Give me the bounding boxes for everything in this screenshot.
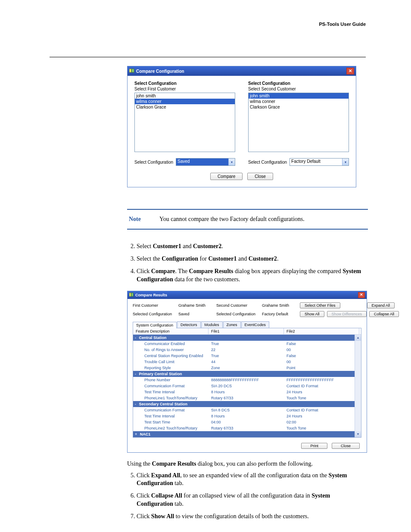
compare-configuration-dialog: Compare Configuration ✕ Select Configura… xyxy=(127,66,356,187)
first-customer-listbox[interactable]: john smithwilma connerClarkson Grace xyxy=(134,93,235,152)
list-item[interactable]: john smith xyxy=(249,93,349,99)
close-button[interactable]: Close xyxy=(332,443,360,449)
second-config-dropdown[interactable]: Factory Default ▾ xyxy=(290,158,349,166)
second-customer-label: Second Customer xyxy=(216,303,259,308)
select-other-files-button[interactable]: Select Other Files xyxy=(300,302,340,308)
grid-row: PhoneLine1 TouchTone/RotaryRotary 67/33T… xyxy=(133,395,361,401)
svg-rect-3 xyxy=(131,293,133,296)
select-second-customer-label: Select Second Customer xyxy=(248,87,349,91)
grid-row: PhoneLine2 TouchTone/RotaryRotary 67/33T… xyxy=(133,425,361,431)
note-label: Note xyxy=(129,216,158,223)
close-icon[interactable]: ✕ xyxy=(358,292,365,298)
grid-cell: PhoneLine1 TouchTone/Rotary xyxy=(133,395,209,401)
grid-cell: Rotary 67/33 xyxy=(209,425,284,431)
grid-cell: 44 xyxy=(209,359,284,365)
tab-eventcodes[interactable]: EventCodes xyxy=(241,321,269,328)
grid-cell: Contact ID Format xyxy=(284,407,359,413)
grid-cell: SIA 20 DCS xyxy=(209,383,284,389)
grid-cell: FFFFFFFFFFFFFFFFFFFF xyxy=(284,377,359,383)
selected-config-value-left: Saved xyxy=(178,312,216,316)
grid-group[interactable]: - Central Station xyxy=(133,335,361,341)
grid-cell: 24 Hours xyxy=(284,389,359,395)
col-file1: File1 xyxy=(209,328,284,334)
grid-row: Phone Number888888888FFFFFFFFFFFFFFFFFFF… xyxy=(133,377,361,383)
grid-cell: Communication Format xyxy=(133,407,209,413)
second-customer-listbox[interactable]: john smithwilma connerClarkson Grace xyxy=(248,93,349,152)
scroll-up-icon[interactable]: ▴ xyxy=(355,335,361,341)
grid-cell: 24 Hours xyxy=(284,413,359,419)
header-title: PS-Tools User Guide xyxy=(50,22,366,27)
grid-cell: True xyxy=(209,353,284,359)
grid-cell: SIA 8 DCS xyxy=(209,407,284,413)
procedure-step: Click Expand All, to see an expanded vie… xyxy=(137,472,366,488)
selected-config-value-right: Factory Default xyxy=(262,312,300,316)
print-button[interactable]: Print xyxy=(301,443,327,449)
select-configuration-label: Select Configuration xyxy=(248,160,287,165)
grid-row: Test Time Interval8 Hours24 Hours xyxy=(133,389,361,395)
grid-row: Central Station Reporting EnabledTrueFal… xyxy=(133,353,361,359)
dialog-title: Compare Results xyxy=(135,293,167,297)
first-config-dropdown[interactable]: Saved ▾ xyxy=(176,158,235,166)
list-item[interactable]: wilma conner xyxy=(249,99,349,104)
grid-row: Communicator EnabledTrueFalse xyxy=(133,341,361,347)
grid-body: - Central StationCommunicator EnabledTru… xyxy=(133,335,361,437)
grid-cell: Touch Tone xyxy=(284,425,359,431)
grid-cell: 22 xyxy=(209,347,284,353)
close-icon[interactable]: ✕ xyxy=(346,68,354,75)
selected-config-label-left: Selected Configuration xyxy=(133,312,176,316)
grid-cell: Touch Tone xyxy=(284,395,359,401)
first-customer-label: First Customer xyxy=(133,303,176,308)
select-configuration-heading: Select Configuration xyxy=(248,81,349,86)
tab-detectors[interactable]: Detectors xyxy=(177,321,201,328)
dialog-titlebar: Compare Configuration ✕ xyxy=(128,66,356,76)
close-button[interactable]: Close xyxy=(247,173,273,180)
list-item[interactable]: Clarkson Grace xyxy=(135,104,235,110)
grid-cell: Trouble Call Limit xyxy=(133,359,209,365)
grid-cell: Test Time Interval xyxy=(133,389,209,395)
grid-cell: Zone xyxy=(209,365,284,371)
note-block: Note You cannot compare the two Factory … xyxy=(127,209,368,230)
note-text: You cannot compare the two Factory defau… xyxy=(159,216,305,222)
scrollbar[interactable]: ▴ ▾ xyxy=(355,335,361,437)
tab-modules[interactable]: Modules xyxy=(201,321,223,328)
after-paragraph: Using the Compare Results dialog box, yo… xyxy=(127,460,366,467)
chevron-down-icon[interactable]: ▾ xyxy=(342,159,349,165)
grid-cell: 888888888FFFFFFFFFFFF xyxy=(209,377,284,383)
procedure-step: Select Customer1 and Customer2. xyxy=(137,243,366,251)
svg-rect-1 xyxy=(132,69,134,72)
list-item[interactable]: Clarkson Grace xyxy=(249,104,349,110)
header-rule xyxy=(50,57,366,57)
select-configuration-heading: Select Configuration xyxy=(134,81,235,86)
grid-cell: Test Time Interval xyxy=(133,413,209,419)
procedure-step: Select the Configuration for Customer1 a… xyxy=(137,255,366,263)
grid-cell: 00 xyxy=(284,359,359,365)
show-differences-button[interactable]: Show Differences xyxy=(327,311,367,317)
expand-all-button[interactable]: Expand All xyxy=(367,302,395,308)
procedure-list-a: Select Customer1 and Customer2.Select th… xyxy=(127,243,366,284)
comparison-grid: Feature Description File1 File2 - Centra… xyxy=(133,328,361,438)
dialog-title: Compare Configuration xyxy=(136,69,184,74)
svg-rect-0 xyxy=(129,69,131,72)
grid-row: Test Start Time04:0002:00 xyxy=(133,419,361,425)
grid-group[interactable]: - Secondary Central Station xyxy=(133,401,361,407)
tab-system-configuration[interactable]: System Configuration xyxy=(133,322,177,328)
list-item[interactable]: wilma conner xyxy=(135,99,235,104)
list-item[interactable]: john smith xyxy=(135,93,235,99)
grid-cell: 00 xyxy=(284,347,359,353)
chevron-down-icon[interactable]: ▾ xyxy=(228,159,235,165)
collapse-all-button[interactable]: Collapse All xyxy=(369,311,399,317)
compare-button[interactable]: Compare xyxy=(210,173,243,180)
second-config-value: Factory Default xyxy=(290,159,342,165)
grid-cell: False xyxy=(284,341,359,347)
first-customer-value: Grahame Smith xyxy=(178,303,216,308)
selected-config-label-right: Selected Configuration xyxy=(216,312,259,316)
grid-cell: Reporting Style xyxy=(133,365,209,371)
scroll-down-icon[interactable]: ▾ xyxy=(355,431,361,437)
tab-zones[interactable]: Zones xyxy=(223,321,241,328)
grid-cell: Central Station Reporting Enabled xyxy=(133,353,209,359)
grid-row: Reporting StyleZonePoint xyxy=(133,365,361,371)
grid-group[interactable]: + NAC1 xyxy=(133,431,361,437)
show-all-button[interactable]: Show All xyxy=(300,311,324,317)
grid-group[interactable]: - Primary Central Station xyxy=(133,371,361,377)
select-configuration-label: Select Configuration xyxy=(134,160,173,165)
